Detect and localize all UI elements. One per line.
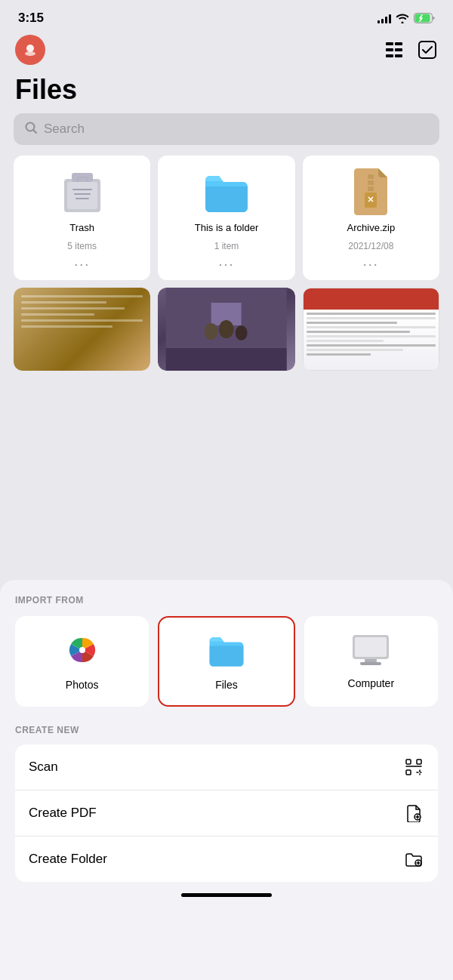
create-pdf-icon [403, 803, 424, 824]
file-more-button[interactable]: ··· [74, 257, 90, 271]
svg-rect-4 [386, 42, 393, 45]
import-photos-label: Photos [66, 679, 99, 691]
files-grid: Trash 5 items ··· This is a folder 1 ite… [0, 156, 453, 371]
svg-point-18 [219, 320, 234, 338]
scan-action-item[interactable]: Scan [15, 744, 438, 790]
svg-rect-8 [386, 54, 393, 57]
import-computer-item[interactable]: Computer [304, 616, 438, 707]
computer-icon [351, 633, 390, 670]
status-bar: 3:15 [0, 0, 453, 32]
svg-rect-7 [395, 48, 402, 51]
file-card-zip[interactable]: Archive.zip 2021/12/08 ··· [303, 156, 439, 280]
file-card-trash[interactable]: Trash 5 items ··· [14, 156, 150, 280]
file-more-button[interactable]: ··· [218, 257, 234, 271]
svg-rect-6 [386, 48, 393, 51]
file-name: Trash [69, 222, 94, 235]
battery-icon [414, 13, 435, 23]
scan-label: Scan [29, 760, 58, 775]
photos-icon [64, 632, 100, 671]
svg-rect-29 [417, 760, 421, 764]
app-logo[interactable] [15, 35, 45, 65]
import-files-item[interactable]: Files [158, 616, 294, 707]
grid-view-icon[interactable] [384, 39, 405, 60]
file-name: Archive.zip [347, 222, 396, 235]
header-actions [384, 39, 438, 60]
import-computer-label: Computer [348, 677, 394, 689]
svg-point-2 [26, 45, 34, 52]
status-icons [378, 13, 435, 23]
bottom-sheet: IMPORT FROM Photos [0, 580, 453, 980]
svg-point-3 [25, 51, 35, 56]
status-time: 3:15 [18, 11, 44, 26]
file-card-photo2[interactable] [158, 288, 294, 371]
svg-rect-13 [67, 182, 97, 209]
home-indicator [15, 882, 438, 908]
file-card-photo1[interactable] [14, 288, 150, 371]
file-more-button[interactable]: ··· [363, 257, 379, 271]
search-input[interactable]: Search [44, 122, 429, 137]
svg-rect-25 [355, 637, 387, 657]
app-header [0, 32, 453, 71]
files-import-icon [208, 632, 245, 671]
file-meta: 1 item [214, 241, 239, 251]
signal-icon [378, 13, 391, 23]
svg-rect-26 [365, 659, 377, 662]
photo-thumb-screenshot [303, 288, 439, 371]
create-section-label: CREATE NEW [15, 725, 438, 735]
svg-point-19 [236, 325, 248, 341]
svg-rect-27 [360, 662, 381, 665]
svg-rect-21 [166, 348, 287, 371]
svg-rect-10 [419, 42, 436, 58]
page-title: Files [0, 71, 453, 113]
file-name: This is a folder [195, 222, 259, 235]
import-section-label: IMPORT FROM [15, 595, 438, 606]
create-new-list: Scan Create PDF [15, 744, 438, 882]
scan-icon [403, 757, 424, 778]
create-folder-icon [403, 849, 424, 870]
svg-point-20 [205, 323, 218, 340]
create-folder-label: Create Folder [29, 852, 107, 867]
wifi-icon [396, 13, 409, 23]
svg-rect-30 [406, 770, 411, 775]
photo-thumb-classroom [158, 288, 294, 371]
import-photos-item[interactable]: Photos [15, 616, 149, 707]
trash-folder-icon [58, 168, 106, 216]
create-pdf-label: Create PDF [29, 806, 97, 821]
svg-point-23 [79, 647, 85, 653]
import-row: Photos Files Co [15, 616, 438, 707]
search-icon [24, 121, 38, 137]
svg-rect-5 [395, 42, 402, 45]
create-folder-action-item[interactable]: Create Folder [15, 837, 438, 882]
svg-rect-28 [406, 760, 411, 764]
file-meta: 2021/12/08 [348, 241, 393, 251]
file-card-photo3[interactable] [303, 288, 439, 371]
select-icon[interactable] [417, 39, 438, 60]
home-bar [181, 893, 272, 897]
search-bar[interactable]: Search [14, 113, 439, 145]
file-card-folder[interactable]: This is a folder 1 item ··· [158, 156, 294, 280]
folder-icon [202, 168, 251, 216]
import-files-label: Files [215, 679, 238, 691]
photo-thumb-receipt [14, 288, 150, 371]
zip-icon [347, 168, 395, 216]
file-meta: 5 items [67, 241, 97, 251]
svg-rect-9 [395, 54, 402, 57]
create-pdf-action-item[interactable]: Create PDF [15, 790, 438, 837]
